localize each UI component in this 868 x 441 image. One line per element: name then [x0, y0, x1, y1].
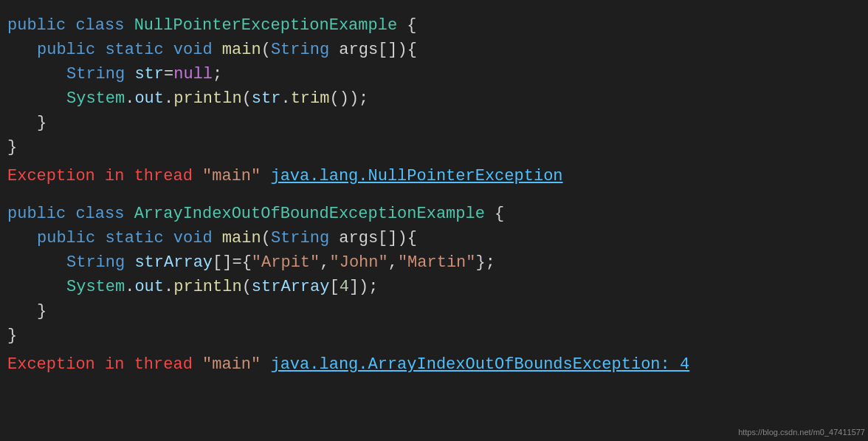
- watermark: https://blog.csdn.net/m0_47411577: [738, 426, 865, 439]
- code-line: }: [7, 324, 853, 348]
- exception-text-2: Exception in thread "main" java.lang.Arr…: [7, 352, 853, 377]
- exception-line-1: Exception in thread "main" java.lang.Nul…: [7, 164, 853, 188]
- code-block-2: public class ArrayIndexOutOfBoundExcepti…: [7, 202, 853, 348]
- code-line: System.out.println(str.trim());: [7, 86, 853, 111]
- exception-link-2[interactable]: java.lang.ArrayIndexOutOfBoundsException…: [270, 355, 689, 374]
- code-line: System.out.println(strArray[4]);: [7, 275, 853, 299]
- code-line: public static void main(String args[]){: [7, 38, 853, 62]
- exception-link-1[interactable]: java.lang.NullPointerException: [270, 167, 562, 185]
- code-line: }: [7, 135, 853, 160]
- code-line: }: [7, 111, 853, 135]
- code-line: String strArray[]={"Arpit","John","Marti…: [7, 250, 853, 275]
- code-line: public static void main(String args[]){: [7, 226, 853, 250]
- exception-text-1: Exception in thread "main" java.lang.Nul…: [7, 164, 853, 188]
- code-block-1: public class NullPointerExceptionExample…: [7, 13, 853, 160]
- exception-line-2: Exception in thread "main" java.lang.Arr…: [7, 352, 853, 377]
- code-line: }: [7, 299, 853, 324]
- code-line: public class ArrayIndexOutOfBoundExcepti…: [7, 202, 853, 226]
- code-line: public class NullPointerExceptionExample…: [7, 13, 853, 38]
- code-line: String str=null;: [7, 62, 853, 86]
